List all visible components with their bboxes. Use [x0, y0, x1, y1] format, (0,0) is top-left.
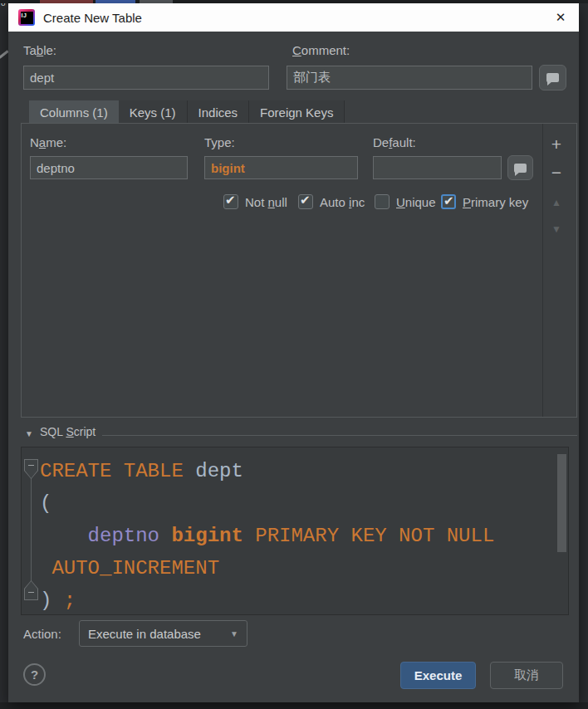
checkbox-not-null[interactable]: ✔ Not null — [223, 193, 287, 210]
move-up-button[interactable]: ▲ — [546, 192, 567, 213]
background-artifact — [0, 50, 9, 58]
comment-bubble-icon — [546, 73, 559, 82]
column-name-input[interactable]: deptno — [30, 156, 188, 179]
default-label: Default: — [373, 135, 416, 149]
background-right-strip: ( ▼ ▶ — [579, 0, 588, 709]
help-button[interactable]: ? — [23, 663, 46, 686]
fold-end-icon[interactable] — [24, 580, 38, 600]
action-dropdown[interactable]: Execute in database ▼ — [79, 620, 247, 647]
tab-columns[interactable]: Columns (1) — [29, 100, 119, 124]
tab-foreign-keys[interactable]: Foreign Keys — [249, 100, 345, 124]
cancel-button[interactable]: 取消 — [490, 662, 563, 689]
column-type-input[interactable]: bigint — [204, 156, 358, 179]
add-column-button[interactable]: + — [546, 134, 567, 155]
column-default-input[interactable] — [373, 156, 502, 179]
table-name-input[interactable]: dept — [23, 66, 269, 90]
checkbox-auto-inc[interactable]: ✔ Auto inc — [298, 193, 365, 210]
columns-editor-panel: Name: Type: Default: deptno bigint ✔ Not… — [21, 123, 577, 418]
name-label: Name: — [30, 135, 66, 149]
comment-bubble-icon — [514, 164, 527, 173]
background-bottom-strip — [0, 702, 588, 709]
checkbox-label: Unique — [396, 195, 436, 209]
background-left-strip: o — [0, 0, 8, 709]
remove-column-button[interactable]: − — [546, 162, 567, 183]
dialog-title: Create New Table — [43, 11, 142, 25]
table-label: Table: — [23, 43, 56, 57]
checkbox-box[interactable]: ✔ — [223, 194, 238, 209]
intellij-idea-icon: IJ — [18, 9, 35, 26]
move-down-button[interactable]: ▼ — [546, 218, 567, 240]
checkbox-box[interactable]: ✔ — [298, 194, 313, 209]
action-label: Action: — [23, 627, 61, 641]
sql-preview-editor[interactable]: CREATE TABLE dept( deptno bigint PRIMARY… — [21, 447, 569, 615]
collapse-icon[interactable]: ▼ — [25, 429, 33, 438]
editor-scrollbar[interactable] — [557, 454, 566, 552]
checkbox-primary-key[interactable]: ✔ Primary key — [441, 193, 528, 210]
close-icon[interactable]: ✕ — [551, 7, 571, 27]
check-icon: ✔ — [225, 193, 236, 208]
default-comment-button[interactable] — [507, 155, 533, 180]
comment-label: Comment: — [292, 43, 350, 57]
type-label: Type: — [204, 135, 235, 149]
checkbox-label: Primary key — [463, 195, 528, 209]
sql-script-header[interactable]: SQL Script — [40, 425, 96, 438]
fold-guide-line — [31, 474, 32, 587]
tab-indices[interactable]: Indices — [188, 100, 250, 124]
dialog-titlebar[interactable]: IJ Create New Table ✕ — [8, 3, 579, 32]
edit-comment-button[interactable] — [539, 65, 566, 90]
sql-code: CREATE TABLE dept( deptno bigint PRIMARY… — [40, 455, 494, 617]
tab-bar: Columns (1) Keys (1) Indices Foreign Key… — [29, 100, 345, 124]
chevron-down-icon: ▼ — [230, 629, 238, 638]
fold-start-icon[interactable] — [24, 459, 38, 479]
check-icon: ✔ — [443, 193, 454, 208]
checkbox-unique[interactable]: ✔ Unique — [375, 193, 436, 210]
action-dropdown-value: Execute in database — [88, 627, 230, 641]
execute-button[interactable]: Execute — [400, 662, 476, 689]
tab-keys[interactable]: Keys (1) — [119, 100, 188, 124]
checkbox-box[interactable]: ✔ — [375, 194, 390, 209]
create-new-table-dialog: IJ Create New Table ✕ Table: Comment: de… — [8, 3, 579, 702]
table-comment-input[interactable]: 部门表 — [287, 66, 532, 90]
checkbox-label: Not null — [245, 195, 287, 209]
section-divider — [102, 435, 577, 436]
check-icon: ✔ — [300, 193, 311, 208]
checkbox-box[interactable]: ✔ — [441, 194, 456, 209]
toolbar-separator — [542, 124, 543, 417]
checkbox-label: Auto inc — [320, 195, 365, 209]
